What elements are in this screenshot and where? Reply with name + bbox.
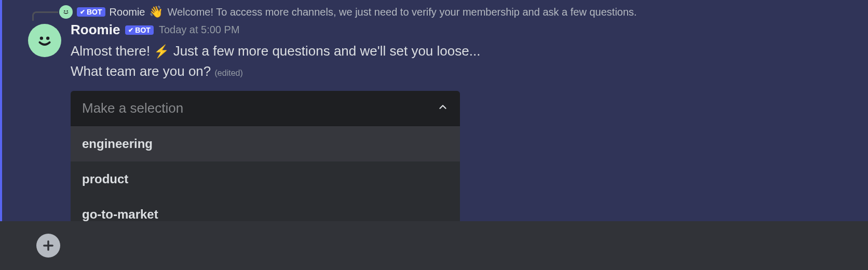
bot-badge: ✔ BOT bbox=[125, 25, 154, 35]
reply-connector-line bbox=[32, 11, 58, 21]
message-line1-after: Just a few more questions and we'll set … bbox=[173, 43, 481, 59]
bot-label: BOT bbox=[87, 8, 102, 16]
check-icon: ✔ bbox=[128, 26, 133, 34]
message-username[interactable]: Roomie bbox=[71, 22, 120, 38]
dropdown-option-product[interactable]: product bbox=[71, 161, 460, 197]
bolt-emoji: ⚡ bbox=[154, 44, 169, 58]
svg-point-0 bbox=[62, 8, 71, 17]
bot-badge: ✔ BOT bbox=[77, 7, 105, 17]
reply-preview-text: Welcome! To access more channels, we jus… bbox=[167, 6, 636, 18]
message-line2: What team are you on? bbox=[71, 63, 211, 79]
message-line1-before: Almost there! bbox=[71, 43, 150, 59]
svg-point-3 bbox=[35, 31, 55, 51]
check-icon: ✔ bbox=[80, 8, 85, 16]
message-text: Almost there! ⚡ Just a few more question… bbox=[71, 41, 868, 82]
dropdown-menu: engineering product go-to-market bbox=[71, 126, 460, 232]
edited-label: (edited) bbox=[215, 69, 243, 77]
attach-button[interactable] bbox=[36, 234, 60, 258]
svg-point-5 bbox=[46, 36, 49, 39]
wave-emoji: 👋 bbox=[149, 5, 163, 19]
reply-avatar bbox=[59, 5, 73, 19]
select-toggle-button[interactable]: Make a selection bbox=[71, 91, 460, 126]
chat-area: ✔ BOT Roomie 👋 Welcome! To access more c… bbox=[0, 0, 868, 242]
user-avatar[interactable] bbox=[28, 24, 61, 57]
select-menu: Make a selection engineering product go-… bbox=[71, 91, 460, 232]
message-content: Roomie ✔ BOT Today at 5:00 PM Almost the… bbox=[71, 22, 868, 232]
svg-point-2 bbox=[66, 10, 67, 11]
svg-point-4 bbox=[40, 36, 43, 39]
message-timestamp: Today at 5:00 PM bbox=[159, 24, 240, 36]
reply-username: Roomie bbox=[110, 6, 145, 18]
message-row: Roomie ✔ BOT Today at 5:00 PM Almost the… bbox=[28, 22, 868, 232]
svg-point-1 bbox=[64, 10, 65, 11]
select-placeholder: Make a selection bbox=[82, 100, 183, 116]
message-header: Roomie ✔ BOT Today at 5:00 PM bbox=[71, 22, 868, 38]
smile-icon bbox=[61, 7, 71, 17]
message-thread: ✔ BOT Roomie 👋 Welcome! To access more c… bbox=[0, 0, 868, 242]
bot-label: BOT bbox=[135, 26, 151, 34]
plus-icon bbox=[41, 238, 56, 253]
message-input-area bbox=[0, 221, 868, 270]
reply-preview[interactable]: ✔ BOT Roomie 👋 Welcome! To access more c… bbox=[38, 5, 868, 19]
dropdown-option-engineering[interactable]: engineering bbox=[71, 126, 460, 161]
chevron-up-icon bbox=[437, 100, 449, 116]
smile-icon bbox=[34, 30, 56, 51]
